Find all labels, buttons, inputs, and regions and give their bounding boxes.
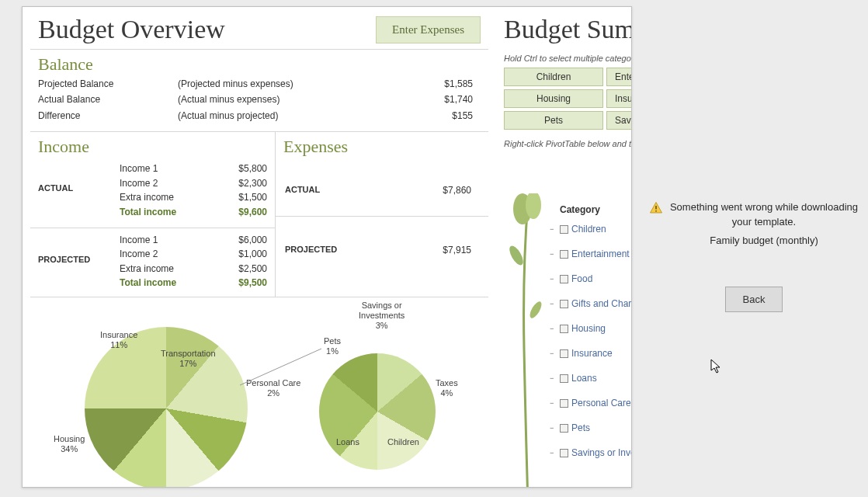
pivot-cat-food[interactable]: Food xyxy=(560,271,632,287)
pie-label-transportation: Transportation 17% xyxy=(161,349,216,369)
svg-rect-5 xyxy=(655,206,657,210)
balance-heading: Balance xyxy=(30,50,488,76)
expenses-actual-row: ACTUAL $7,860 xyxy=(276,158,488,202)
pie-label-insurance: Insurance 11% xyxy=(100,330,137,350)
pivot-cat-pets[interactable]: Pets xyxy=(560,420,632,436)
svg-point-3 xyxy=(507,244,526,267)
pie-label-loans: Loans xyxy=(336,437,359,447)
error-panel: Something went wrong while downloading y… xyxy=(641,0,866,497)
pie-label-taxes: Taxes 4% xyxy=(436,378,458,398)
slicer-housing[interactable]: Housing xyxy=(504,89,603,108)
pivot-cat-children[interactable]: Children xyxy=(560,221,632,237)
pie-chart-right xyxy=(319,353,436,470)
error-template-name: Family budget (monthly) xyxy=(669,235,859,246)
summary-title: Budget Sum xyxy=(499,7,632,49)
balance-row-difference: Difference (Actual minus projected) $155 xyxy=(38,108,481,123)
budget-summary-section: Budget Sum Hold Ctrl to select multiple … xyxy=(499,7,632,153)
category-column-header: Category xyxy=(560,204,632,215)
balance-row-actual: Actual Balance (Actual minus expenses) $… xyxy=(38,92,481,107)
slicer-pets[interactable]: Pets xyxy=(504,111,603,130)
pie-leader-line xyxy=(240,342,325,389)
error-message: Something went wrong while downloading y… xyxy=(669,200,859,230)
svg-line-0 xyxy=(240,349,321,385)
pivot-cat-housing[interactable]: Housing xyxy=(560,321,632,336)
plant-decoration xyxy=(501,193,555,488)
income-heading: Income xyxy=(30,132,275,158)
svg-rect-6 xyxy=(655,210,657,212)
slicer-entertainment[interactable]: Enter xyxy=(606,68,632,86)
expenses-heading: Expenses xyxy=(276,132,488,158)
template-preview-panel: Budget Overview Enter Expenses Balance P… xyxy=(22,6,632,488)
pie-label-housing: Housing 34% xyxy=(54,434,85,454)
pie-label-pets: Pets 1% xyxy=(324,336,341,356)
pivot-cat-savings[interactable]: Savings or Investm xyxy=(560,445,632,461)
pivot-cat-personalcare[interactable]: Personal Care xyxy=(560,395,632,411)
summary-hint2: Right-click PivotTable below and th xyxy=(499,134,632,153)
enter-expenses-button[interactable]: Enter Expenses xyxy=(376,16,481,43)
pivot-cat-loans[interactable]: Loans xyxy=(560,370,632,386)
slicer-insurance[interactable]: Insur xyxy=(606,89,632,108)
pivot-cat-entertainment[interactable]: Entertainment xyxy=(560,246,632,262)
balance-row-projected: Projected Balance (Projected minus expen… xyxy=(38,76,481,92)
income-actual-block: ACTUAL Income 1$5,800 Income 2$2,300 Ext… xyxy=(30,158,275,225)
slicer-savings[interactable]: Savin xyxy=(606,111,632,130)
pivot-category-list: Category Children Entertainment Food Gif… xyxy=(560,204,632,470)
svg-point-4 xyxy=(528,300,544,320)
slicer-children[interactable]: Children xyxy=(504,68,603,86)
back-button[interactable]: Back xyxy=(725,287,783,312)
overview-title: Budget Overview xyxy=(38,15,225,44)
income-projected-block: PROJECTED Income 1$6,000 Income 2$1,000 … xyxy=(30,230,275,297)
expenses-projected-row: PROJECTED $7,915 xyxy=(276,218,488,262)
chart-area: Insurance 11% Transportation 17% Housing… xyxy=(30,304,488,459)
pie-label-savings: Savings or Investments 3% xyxy=(359,301,404,332)
pie-label-children: Children xyxy=(387,437,419,447)
pivot-cat-insurance[interactable]: Insurance xyxy=(560,346,632,361)
budget-overview-section: Budget Overview Enter Expenses Balance P… xyxy=(30,7,488,459)
warning-icon xyxy=(649,201,663,215)
pivot-cat-gifts[interactable]: Gifts and Charity xyxy=(560,296,632,311)
summary-hint1: Hold Ctrl to select multiple categorie xyxy=(499,49,632,68)
